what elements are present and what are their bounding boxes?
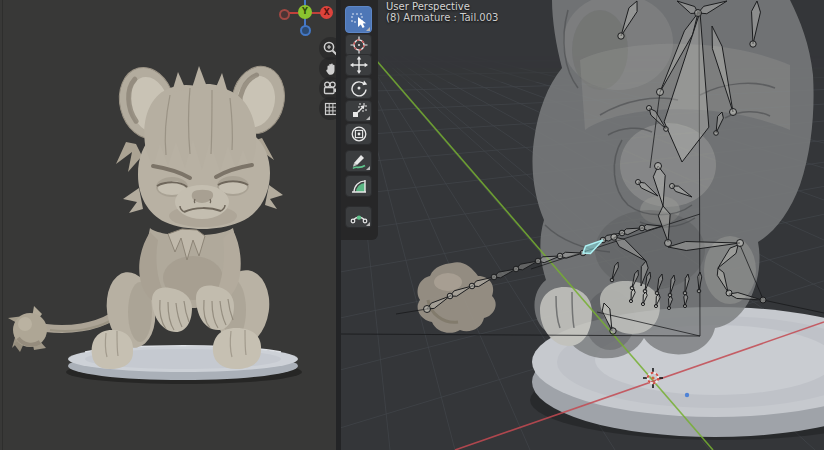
transform-icon xyxy=(350,125,368,143)
select-box-icon xyxy=(350,11,368,29)
rotate-icon xyxy=(350,79,368,97)
gizmo-x-ball[interactable]: X xyxy=(320,6,333,19)
magnifier-plus-icon xyxy=(322,40,336,57)
measure-icon xyxy=(350,177,368,195)
character-sculpt-render xyxy=(0,0,336,450)
tool-extrude[interactable] xyxy=(345,206,372,228)
origin-point xyxy=(685,393,689,397)
annotate-pen-icon xyxy=(350,152,368,170)
gizmo-neg-x-ball[interactable] xyxy=(279,9,290,20)
gizmo-y-label: Y xyxy=(302,8,308,16)
tool-move[interactable] xyxy=(345,54,372,76)
tool-scale[interactable] xyxy=(345,100,372,122)
extrude-curve-icon xyxy=(350,208,368,226)
gizmo-x-label: X xyxy=(323,9,329,17)
grid-icon xyxy=(323,101,337,117)
blender-app-window: X Y xyxy=(0,0,824,450)
gizmo-y-ball[interactable]: Y xyxy=(298,5,312,19)
scale-icon xyxy=(350,102,368,120)
grid-ortho-button[interactable] xyxy=(319,97,336,120)
pane-left-edge xyxy=(2,0,3,450)
camera-icon xyxy=(322,80,336,97)
tool-cursor[interactable] xyxy=(345,34,372,56)
hand-icon xyxy=(323,61,337,77)
gizmo-neg-z-ball[interactable] xyxy=(300,25,311,36)
tool-transform[interactable] xyxy=(345,123,372,145)
sculpt-preview-viewport[interactable]: X Y xyxy=(0,0,336,450)
tool-annotate[interactable] xyxy=(345,150,372,172)
viewport-canvas[interactable] xyxy=(341,0,824,450)
tool-rotate[interactable] xyxy=(345,77,372,99)
move-icon xyxy=(350,56,368,74)
tool-select-box[interactable] xyxy=(345,6,372,33)
tool-shelf xyxy=(341,0,378,240)
armature-edit-viewport[interactable]: User Perspective (8) Armature : Tail.003 xyxy=(341,0,824,450)
tool-measure[interactable] xyxy=(345,175,372,197)
cursor-3d-icon xyxy=(350,36,368,54)
